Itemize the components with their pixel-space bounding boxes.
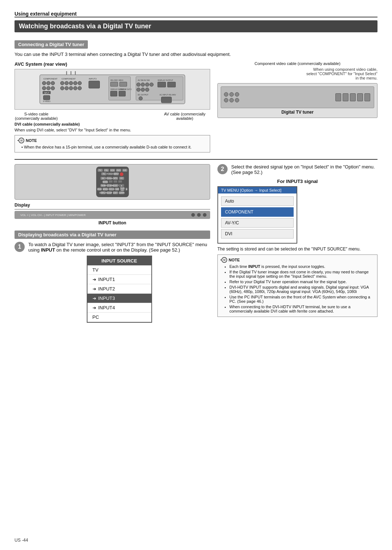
svg-point-3	[47, 81, 50, 85]
avc-label: AVC System (rear view)	[15, 61, 210, 67]
svg-point-7	[51, 86, 55, 90]
svg-point-14	[65, 81, 69, 85]
input-source-item-input2[interactable]: ➔ INPUT2	[87, 284, 151, 294]
svg-point-41	[146, 88, 149, 91]
svg-text:RS-232C XBXX: RS-232C XBXX	[111, 79, 124, 81]
input-source-item-input1[interactable]: ➔ INPUT1	[87, 275, 151, 284]
svg-rect-10	[44, 95, 50, 100]
display-divider	[15, 209, 210, 209]
rear-view-svg: COMPONENT INPUT S-VIDEO COMPONENT	[15, 69, 210, 109]
input-source-item-input3[interactable]: ➔ INPUT3	[87, 294, 151, 303]
tv-menu-box: TV MENU [Option → Input Select] Auto COM…	[217, 186, 297, 244]
note-icon-1: N	[19, 138, 24, 143]
right-note: When using component video cable, select…	[305, 67, 377, 80]
svg-text:S-VIDEO: S-VIDEO	[43, 100, 50, 102]
main-heading: Watching broadcasts via a Digital TV tun…	[15, 20, 377, 32]
svg-text:INPUT3: INPUT3	[89, 78, 97, 80]
note-2-item-6: When connecting to the DVI-HDTV INPUT te…	[229, 305, 373, 313]
svg-point-38	[150, 83, 154, 86]
input-source-item-input4[interactable]: ➔ INPUT4	[87, 303, 151, 313]
svg-point-4	[51, 81, 55, 85]
note-2-list: Each time INPUT is pressed, the input so…	[224, 264, 373, 313]
rear-view-diagram: COMPONENT INPUT S-VIDEO COMPONENT	[15, 69, 210, 110]
step-2-content: Select the desired signal type on "Input…	[231, 164, 377, 175]
svg-rect-24	[89, 81, 100, 88]
digital-tv-tuner-label: Digital TV tuner	[221, 110, 374, 115]
note-2-item-3: Refer to your Digital TV tuner operation…	[229, 280, 373, 284]
svg-rect-43	[158, 82, 166, 87]
display-btn-3	[203, 213, 207, 217]
step-1-content: To watch a Digital TV tuner image, selec…	[28, 242, 210, 323]
svg-point-39	[137, 88, 140, 91]
input-source-header: INPUT SOURCE	[87, 256, 151, 265]
note-header-2: N NOTE	[221, 257, 373, 263]
svg-point-35	[137, 83, 140, 86]
display-btn-2	[197, 213, 201, 217]
display-section: Display VOL + | VOL CH - | INPUT POWER |…	[15, 203, 210, 225]
svg-text:DISPLAY OUTPUT: DISPLAY OUTPUT	[158, 79, 173, 81]
svg-rect-28	[120, 82, 127, 86]
svg-point-2	[42, 81, 46, 85]
step-2-row: 2 Select the desired signal type on "Inp…	[217, 164, 377, 175]
section-divider	[15, 159, 377, 160]
svg-text:AC INPUT HD-240V: AC INPUT HD-240V	[160, 94, 176, 96]
svg-point-20	[69, 86, 73, 90]
input-arrow-4: ➔	[93, 305, 96, 310]
note-icon-2: N	[221, 257, 227, 263]
tv-menu-body: Auto COMPONENT AV-Y/C DVI	[218, 193, 297, 243]
sub-heading-1: Connecting a Digital TV tuner	[15, 40, 88, 49]
input-source-item-tv[interactable]: TV	[87, 265, 151, 275]
dvi-note: When using DVI cable, select "DVI" for "…	[15, 128, 210, 132]
page-number: US -44	[15, 538, 28, 543]
input-btn-label: INPUT button	[15, 220, 210, 225]
svg-point-18	[61, 86, 64, 90]
input-arrow-1: ➔	[93, 277, 96, 282]
note-2-item-5: Use the PC INPUT terminals on the front …	[229, 295, 373, 303]
svg-point-5	[42, 86, 46, 90]
svg-point-37	[146, 83, 149, 86]
store-text: The setting is stored and can be selecte…	[217, 247, 377, 252]
svg-text:COMPONENT: COMPONENT	[62, 78, 76, 80]
step-2-text: Select the desired signal type on "Input…	[231, 164, 377, 175]
input-source-item-pc[interactable]: PC	[87, 313, 151, 322]
tv-menu-item-avy[interactable]: AV-Y/C	[221, 218, 294, 228]
av-cable-label: AV cable (commercially available)	[159, 112, 210, 121]
svg-text:DISPLAY OUT 2: DISPLAY OUT 2	[120, 89, 132, 90]
for-input3-label: For INPUT3 signal	[217, 179, 377, 184]
svg-point-40	[141, 88, 145, 91]
input-arrow-2: ➔	[93, 286, 96, 292]
tv-menu-item-auto[interactable]: Auto	[221, 196, 294, 206]
tv-menu-item-component[interactable]: COMPONENT	[221, 207, 294, 217]
note-2-item-2: If the Digital TV tuner image does not c…	[229, 270, 373, 278]
svg-point-16	[74, 81, 77, 85]
step-1-text: To watch a Digital TV tuner image, selec…	[28, 242, 210, 253]
svg-text:DC OUTPUT: DC OUTPUT	[138, 94, 148, 96]
tuner-body	[221, 86, 374, 108]
cable-labels-area: S-video cable (commercially available) A…	[15, 112, 210, 121]
svg-point-36	[141, 83, 145, 86]
svg-rect-27	[111, 82, 118, 86]
display-label: Display	[15, 203, 210, 208]
dvi-cable-area: DVI cable (commercially available) When …	[15, 122, 210, 132]
sub-heading-2: Displaying broadcasts via a Digital TV t…	[15, 231, 210, 239]
step-2-circle: 2	[217, 164, 228, 174]
svg-point-46	[139, 97, 143, 100]
svg-text:AV SW  AV SW: AV SW AV SW	[138, 79, 150, 81]
note-2-item-4: DVI-HDTV INPUT supports digital and anal…	[229, 285, 373, 294]
note-2-item-1: Each time INPUT is pressed, the input so…	[229, 264, 373, 269]
svg-point-19	[65, 86, 69, 90]
svg-text:INPUT: INPUT	[44, 92, 49, 94]
svg-text:COMPONENT: COMPONENT	[44, 78, 58, 80]
svg-rect-48	[162, 97, 172, 103]
input-source-menu: INPUT SOURCE TV ➔ INPUT1 ➔ INPUT2 ➔ INP	[87, 256, 152, 323]
svg-point-6	[47, 86, 50, 90]
note-box-2: N NOTE Each time INPUT is pressed, the i…	[217, 254, 377, 317]
input-arrow-3: ➔	[93, 296, 96, 301]
svg-rect-44	[168, 82, 176, 87]
tv-menu-item-dvi[interactable]: DVI	[221, 229, 294, 239]
svg-point-15	[69, 81, 73, 85]
step-2-area: 2 Select the desired signal type on "Inp…	[217, 164, 377, 317]
tuner-right-ports	[335, 93, 370, 101]
svg-point-13	[61, 81, 64, 85]
tv-menu-header: TV MENU [Option → Input Select]	[218, 187, 297, 193]
